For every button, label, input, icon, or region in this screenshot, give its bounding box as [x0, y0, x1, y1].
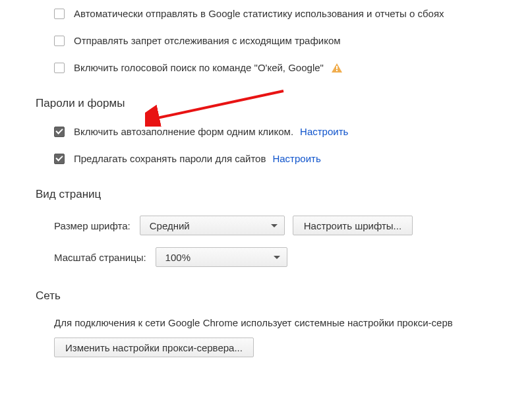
link-autofill-settings[interactable]: Настроить [300, 126, 348, 137]
button-customize-fonts[interactable]: Настроить шрифты... [293, 216, 413, 235]
label-autofill: Включить автозаполнение форм одним клико… [74, 125, 293, 138]
label-usage-stats: Автоматически отправлять в Google статис… [74, 7, 444, 20]
dropdown-page-zoom[interactable]: 100% [156, 247, 287, 267]
dropdown-font-size-value: Средний [150, 220, 190, 231]
checkbox-do-not-track[interactable] [54, 36, 65, 46]
checkbox-autofill[interactable] [54, 127, 65, 137]
svg-rect-1 [336, 66, 338, 69]
svg-rect-2 [336, 70, 338, 71]
label-page-zoom: Масштаб страницы: [54, 252, 146, 263]
chevron-down-icon [274, 256, 280, 259]
network-description: Для подключения к сети Google Chrome исп… [36, 317, 532, 328]
button-proxy-settings[interactable]: Изменить настройки прокси-сервера... [54, 338, 254, 357]
label-do-not-track: Отправлять запрет отслеживания с исходящ… [74, 34, 341, 47]
dropdown-page-zoom-value: 100% [165, 252, 191, 263]
dropdown-font-size[interactable]: Средний [140, 216, 285, 235]
checkbox-voice-search[interactable] [54, 63, 65, 73]
section-appearance: Вид страниц [36, 188, 532, 201]
section-passwords-forms: Пароли и формы [36, 97, 532, 110]
checkbox-usage-stats[interactable] [54, 9, 65, 19]
label-save-passwords: Предлагать сохранять пароли для сайтов [74, 152, 266, 165]
checkbox-save-passwords[interactable] [54, 154, 65, 164]
link-passwords-settings[interactable]: Настроить [272, 153, 320, 164]
label-voice-search: Включить голосовой поиск по команде "О'к… [74, 61, 324, 74]
section-network: Сеть [36, 289, 532, 303]
warning-icon [332, 63, 342, 73]
label-font-size: Размер шрифта: [54, 220, 131, 231]
chevron-down-icon [271, 224, 278, 227]
